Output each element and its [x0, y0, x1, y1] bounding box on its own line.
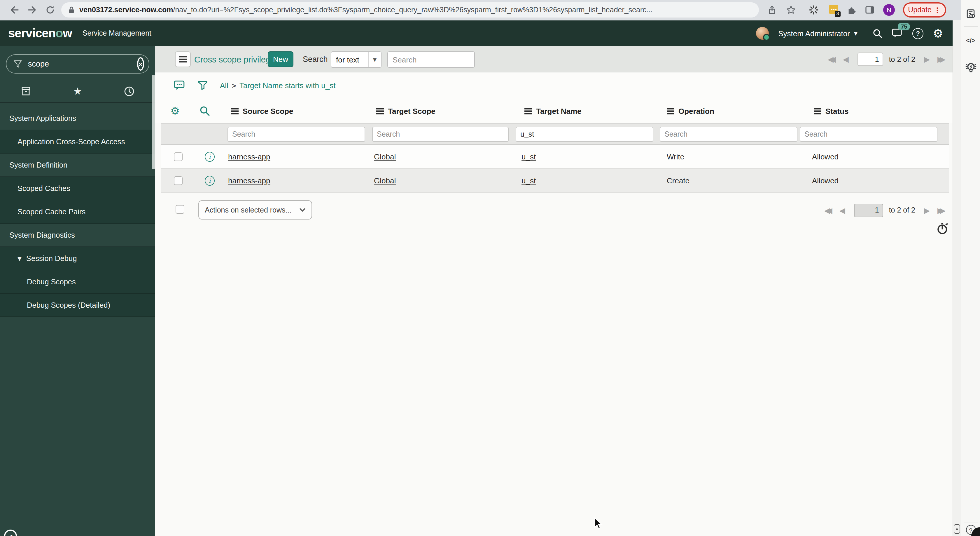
filter-funnel-icon[interactable] — [198, 80, 208, 91]
browser-side-rail: </> ? — [961, 0, 980, 536]
help-icon[interactable]: ? — [912, 28, 923, 39]
tab-history[interactable] — [103, 80, 155, 102]
chat-icon[interactable]: 75 — [892, 28, 903, 38]
extensions-puzzle-icon[interactable] — [847, 5, 856, 14]
info-icon[interactable]: i — [205, 152, 215, 162]
servicenow-logo[interactable]: servicenow — [8, 26, 72, 40]
nav-item-application-cross-scope-access[interactable]: Application Cross-Scope Access — [0, 130, 155, 153]
actions-select[interactable]: Actions on selected rows... — [198, 200, 312, 220]
nav-section-system-applications[interactable]: System Applications — [0, 107, 155, 130]
info-icon[interactable]: i — [205, 176, 215, 186]
search-target-name-input[interactable] — [515, 127, 653, 142]
funnel-icon — [13, 59, 22, 68]
code-panel-icon[interactable]: </> — [961, 37, 980, 44]
column-search-toggle-icon[interactable] — [199, 106, 210, 116]
browser-back-button[interactable] — [10, 5, 19, 14]
row-range-label: to 2 of 2 — [889, 55, 915, 63]
list-context-menu-button[interactable] — [175, 51, 191, 67]
user-menu[interactable]: System Administrator ▼ — [778, 29, 858, 38]
search-status-input[interactable] — [800, 127, 937, 142]
side-panel-icon[interactable] — [865, 5, 874, 14]
list-chat-icon[interactable] — [174, 80, 186, 91]
list-title[interactable]: Cross scope privileges — [194, 46, 279, 72]
nav-item-scoped-caches[interactable]: Scoped Caches — [0, 177, 155, 200]
list-personalize-gear-icon[interactable]: ⚙ — [170, 105, 180, 117]
list-toolbar: Cross scope privileges New Search for te… — [155, 46, 953, 72]
browser-update-button[interactable]: Update ⋮ — [903, 2, 946, 18]
breadcrumb-row: All > Target Name starts with u_st — [155, 72, 953, 99]
collapse-sidebar-button[interactable]: ◀ — [4, 530, 17, 536]
divider — [964, 26, 978, 27]
browser-menu-kebab-icon[interactable]: ⋮ — [934, 6, 941, 14]
tab-favorites[interactable]: ★ — [52, 80, 103, 102]
share-icon[interactable] — [768, 5, 776, 14]
nav-item-debug-scopes[interactable]: Debug Scopes — [0, 270, 155, 294]
cell-operation: Create — [667, 169, 689, 193]
browser-reload-button[interactable] — [46, 5, 55, 14]
response-time-icon[interactable] — [936, 222, 949, 235]
search-label: Search — [303, 46, 328, 72]
cell-source-scope-link[interactable]: harness-app — [228, 176, 270, 185]
prev-page-button[interactable]: ◀ — [843, 56, 849, 63]
list-search-input[interactable] — [387, 51, 475, 68]
filter-navigator[interactable]: × — [6, 54, 150, 73]
expand-caret-icon: ▼ — [18, 255, 22, 261]
breadcrumb-all-link[interactable]: All — [220, 81, 228, 90]
lightbulb-icon[interactable] — [961, 61, 980, 75]
browser-profile-avatar[interactable]: N — [883, 4, 895, 16]
next-page-button[interactable]: ▶ — [924, 206, 930, 214]
row-checkbox[interactable] — [174, 152, 183, 161]
search-target-scope-input[interactable] — [372, 127, 509, 142]
extension-notes-icon[interactable]: 3 — [829, 5, 838, 14]
row-checkbox[interactable] — [174, 176, 183, 185]
global-search-icon[interactable] — [873, 28, 883, 38]
column-header-operation[interactable]: Operation — [667, 99, 714, 123]
presence-dot — [763, 34, 770, 41]
bookmark-star-icon[interactable] — [786, 5, 795, 14]
page-scrollbar[interactable] — [953, 20, 961, 536]
lock-icon — [68, 6, 75, 14]
cell-source-scope-link[interactable]: harness-app — [228, 152, 270, 161]
nav-section-system-definition[interactable]: System Definition — [0, 153, 155, 177]
extension-badge: 3 — [835, 11, 841, 17]
new-button[interactable]: New — [268, 51, 293, 67]
column-header-target-name[interactable]: Target Name — [524, 99, 582, 123]
cell-target-scope-link[interactable]: Global — [374, 152, 396, 161]
column-header-source-scope[interactable]: Source Scope — [231, 99, 293, 123]
user-avatar[interactable] — [756, 27, 769, 40]
table-header-row: ⚙ Source Scope Target Scope Target Name … — [155, 99, 953, 123]
cell-target-name-link[interactable]: u_st — [522, 176, 536, 185]
address-bar[interactable]: ven03172.service-now.com/nav_to.do?uri=%… — [61, 2, 759, 18]
column-search-row — [161, 123, 949, 145]
column-header-target-scope[interactable]: Target Scope — [376, 99, 436, 123]
table-row: i harness-app Global u_st Write Allowed — [161, 145, 949, 169]
page-number-input[interactable] — [858, 53, 883, 66]
search-type-select[interactable]: for text ▼ — [331, 51, 382, 68]
tab-all-applications[interactable] — [0, 80, 52, 102]
cell-target-name-link[interactable]: u_st — [522, 152, 536, 161]
browser-forward-button[interactable] — [28, 5, 37, 14]
nav-item-session-debug[interactable]: ▼ Session Debug — [0, 247, 155, 270]
reading-list-icon[interactable] — [961, 9, 980, 19]
clear-filter-icon[interactable]: × — [137, 57, 144, 71]
nav-item-debug-scopes-detailed[interactable]: Debug Scopes (Detailed) — [0, 294, 155, 317]
filter-navigator-input[interactable] — [27, 59, 132, 69]
next-page-button[interactable]: ▶ — [924, 56, 930, 63]
column-menu-icon — [376, 108, 384, 114]
gear-icon[interactable]: ⚙ — [933, 26, 943, 40]
cell-target-scope-link[interactable]: Global — [374, 176, 396, 185]
select-all-checkbox[interactable] — [176, 205, 185, 214]
sidebar-scrollbar[interactable] — [152, 75, 155, 169]
search-operation-input[interactable] — [660, 127, 797, 142]
search-source-scope-input[interactable] — [228, 127, 365, 142]
breadcrumb-filter-link[interactable]: Target Name starts with u_st — [239, 81, 336, 90]
update-label: Update — [908, 6, 932, 14]
column-menu-icon — [524, 108, 532, 114]
column-header-status[interactable]: Status — [814, 99, 848, 123]
page-number-input[interactable] — [854, 204, 883, 217]
nav-item-scoped-cache-pairs[interactable]: Scoped Cache Pairs — [0, 200, 155, 223]
extension-spinner-icon[interactable] — [809, 5, 818, 14]
chevron-down-icon: ▼ — [854, 31, 858, 36]
nav-section-system-diagnostics[interactable]: System Diagnostics — [0, 223, 155, 247]
prev-page-button[interactable]: ◀ — [839, 206, 845, 214]
